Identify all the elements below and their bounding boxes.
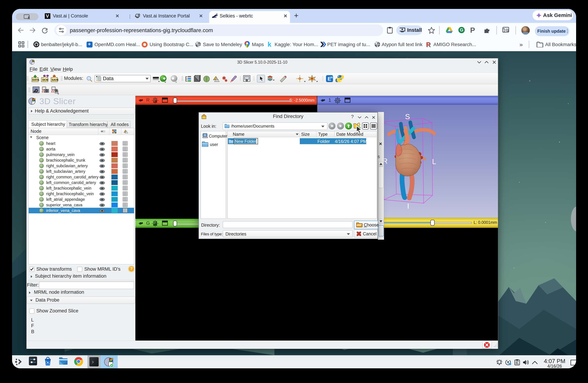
svg-text:SAVE: SAVE xyxy=(52,78,59,81)
svg-text:Data: Data xyxy=(103,76,114,81)
svg-text:DATA: DATA xyxy=(32,78,39,81)
svg-text:I: I xyxy=(407,202,409,210)
svg-text:S: S xyxy=(405,113,410,121)
svg-text:✱: ✱ xyxy=(225,79,228,82)
svg-text:L: L xyxy=(432,157,436,166)
svg-text:DCM: DCM xyxy=(42,78,48,81)
svg-text:Modules:: Modules: xyxy=(64,76,83,81)
